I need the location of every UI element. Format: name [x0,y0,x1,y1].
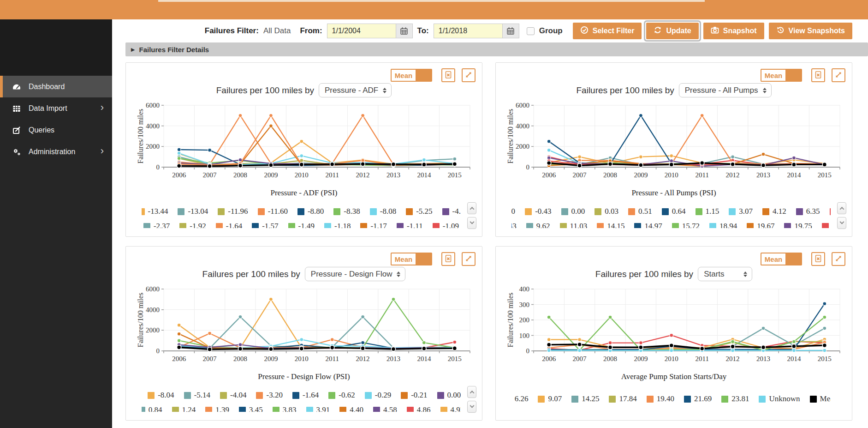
export-excel-button[interactable] [811,252,825,266]
excel-file-icon [444,254,452,264]
to-date-input[interactable] [434,24,502,38]
export-excel-button[interactable] [811,68,825,82]
select-arrows-icon [383,88,386,93]
legend-label: -1.17 [370,222,386,228]
mean-toggle[interactable]: Mean [391,253,432,265]
legend-swatch [406,208,413,215]
legend-label: 3.07 [739,207,753,216]
sidebar-item-dashboard[interactable]: Dashboard [0,76,112,97]
legend-item: 14.25 [571,394,599,404]
chart-legend: 6.269.0714.2517.8419.4021.6923.81Unknown… [511,392,831,408]
export-excel-button[interactable] [441,68,455,82]
expand-chart-button[interactable] [462,68,476,82]
main-content: Failures Filter: All Data From: To: Grou… [112,0,868,421]
snapshot-button[interactable]: Snapshot [703,23,764,39]
svg-text:2008: 2008 [233,171,247,179]
expand-arrows-icon [834,254,843,264]
legend-item: -8.08 [370,207,396,216]
legend-swatch [662,208,669,215]
legend-label: 17.84 [619,394,636,404]
legend-item: 19.75 [784,222,812,228]
to-calendar-button[interactable] [502,24,519,38]
legend-item: 1.24 [172,405,196,412]
legend-item: 19.67 [747,222,774,228]
svg-text:2010: 2010 [295,171,309,179]
edit-icon [12,126,21,135]
expand-chart-button[interactable] [832,68,845,82]
legend-item: 3.91 [306,405,330,412]
legend-swatch [397,223,404,229]
sidebar-item-label: Queries [29,126,54,134]
legend-label: -0.21 [411,391,427,400]
svg-text:2014: 2014 [417,355,431,362]
legend-swatch [339,407,346,412]
chart-panel: Mean Failures per 100 miles by Pressure … [125,62,482,237]
chart-metric-select[interactable]: Pressure - Design Flow [305,267,406,281]
mean-toggle[interactable]: Mean [761,69,802,82]
legend-swatch [142,208,145,215]
from-label: From: [300,26,322,36]
x-axis-title: Pressure - Design Flow (PSI) [126,372,482,381]
legend-label: 4.58 [383,405,397,412]
expand-chart-button[interactable] [832,252,845,266]
legend-item: -11.96 [218,207,248,216]
legend-item: -1.64 [292,391,319,400]
mean-toggle[interactable]: Mean [761,253,802,265]
legend-scroll-down-button[interactable] [467,217,476,229]
legend-item: -1.64 [216,222,242,228]
legend-item: 4.40 [339,405,363,412]
mean-toggle-label: Mean [392,70,416,81]
legend-label: -8.08 [380,207,396,216]
from-date-input[interactable] [327,24,396,38]
legend-item: -0.29 [365,391,391,400]
svg-text:2006: 2006 [172,355,186,362]
legend-item: -0.62 [328,391,355,400]
legend-item: -11.60 [258,207,288,216]
legend-item: -4.31 [442,207,461,216]
legend-scroll-up-button[interactable] [837,202,846,214]
svg-text:2011: 2011 [695,171,708,179]
legend-swatch [595,208,601,215]
view-snapshots-button[interactable]: View Snapshots [769,23,852,39]
select-filter-button[interactable]: Select Filter [573,23,642,39]
failures-filter-details-bar[interactable]: ▶ Failures Filter Details [125,42,868,56]
legend-swatch [561,208,568,215]
mean-toggle[interactable]: Mean [391,69,432,82]
group-checkbox[interactable] [527,27,535,35]
group-label: Group [539,26,563,36]
sidebar-item-administration[interactable]: Administration › [0,141,112,163]
legend-scroll-up-button[interactable] [467,202,476,214]
legend-scroll-up-button[interactable] [467,386,476,398]
legend-swatch [709,223,716,229]
legend-item: 0.64 [662,207,686,216]
expand-chart-button[interactable] [462,252,476,266]
legend-item: -1.17 [360,222,386,228]
legend-scroll-down-button[interactable] [467,401,476,413]
svg-text:2008: 2008 [603,355,617,362]
legend-scroll-down-button[interactable] [837,217,846,229]
chart-metric-value: Pressure - Design Flow [311,270,392,279]
chart-metric-select[interactable]: Pressure - All Pumps [679,83,772,97]
svg-text:2014: 2014 [787,355,801,362]
sidebar-item-queries[interactable]: Queries [0,119,112,141]
legend-label: 4.92 [451,405,461,412]
mean-toggle-label: Mean [392,253,416,265]
svg-text:2009: 2009 [264,355,278,362]
chart-metric-select[interactable]: Pressure - ADF [319,83,392,97]
chart-metric-select[interactable]: Starts [698,267,752,281]
legend-swatch [526,223,533,229]
legend-label: 4.86 [417,405,431,412]
legend-swatch [560,223,567,229]
legend-label: 11.03 [570,222,588,228]
export-excel-button[interactable] [441,252,455,266]
from-calendar-button[interactable] [396,24,412,38]
chart-panel: Mean Failures per 100 miles by Pressure … [125,246,482,421]
failures-filter-toolbar: Failures Filter: All Data From: To: Grou… [112,19,868,42]
legend-label: -8.38 [344,207,360,216]
sidebar-item-data-import[interactable]: Data Import › [0,97,112,119]
update-button[interactable]: Update [646,23,698,39]
legend-item: 4.86 [407,405,431,412]
legend-swatch [538,396,545,403]
legend-item: 1.39 [205,405,229,412]
legend-label: 18.94 [719,222,737,228]
